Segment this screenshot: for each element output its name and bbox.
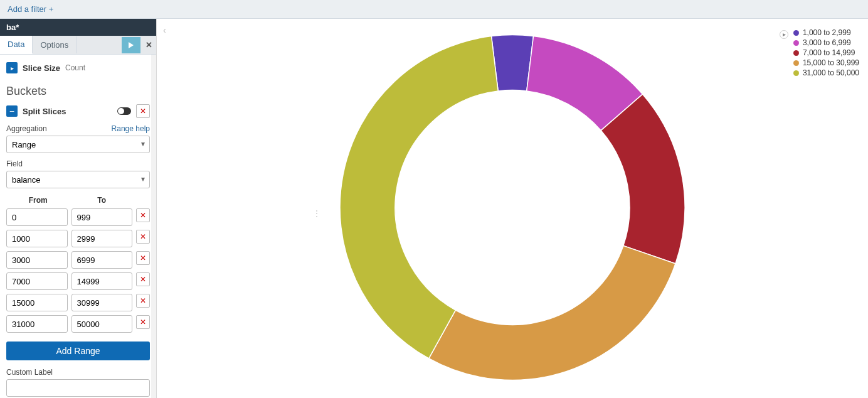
legend-item[interactable]: 15,000 to 30,999 [793,58,859,68]
donut-slice[interactable] [601,94,685,264]
range-to-input[interactable] [71,208,133,226]
legend-label: 3,000 to 6,999 [803,38,851,48]
filter-bar: Add a filter + [0,0,868,19]
legend-toggle-icon[interactable]: ▸ [780,30,788,39]
range-from-input[interactable] [6,251,68,269]
range-to-input[interactable] [71,230,133,247]
play-icon [128,42,134,48]
legend-label: 7,000 to 14,999 [803,48,855,58]
range-remove-button[interactable]: ✕ [136,294,150,308]
split-slices-row: – Split Slices ✕ [6,104,150,118]
split-enable-toggle[interactable] [117,107,131,115]
field-select[interactable] [6,171,150,188]
add-filter-text: Add a filter [8,4,46,14]
range-to-input[interactable] [71,294,133,311]
legend-item[interactable]: 7,000 to 14,999 [793,48,859,58]
range-to-input[interactable] [71,272,133,290]
aggregation-label: Aggregation [6,124,47,133]
tab-options[interactable]: Options [33,36,77,53]
legend-swatch-icon [793,60,799,66]
metric-value: Count [65,63,85,72]
donut-slice[interactable] [429,245,675,380]
range-row: ✕ [6,230,150,247]
custom-label-label: Custom Label [6,368,150,377]
legend-item[interactable]: 31,000 to 50,000 [793,68,859,78]
legend-swatch-icon [793,50,799,56]
donut-slice[interactable] [340,36,498,358]
legend-item[interactable]: 3,000 to 6,999 [793,38,859,48]
split-slices-label: Split Slices [23,107,66,116]
aggregation-select[interactable] [6,136,150,153]
metric-row: ▸ Slice Size Count [6,60,150,80]
legend-swatch-icon [793,40,799,46]
editor-tab-row: Data Options ✕ [0,36,156,55]
range-remove-button[interactable]: ✕ [136,272,150,286]
range-row: ✕ [6,272,150,290]
field-label: Field [6,159,23,168]
range-remove-button[interactable]: ✕ [136,230,150,244]
metric-toggle-icon[interactable]: ▸ [6,62,18,73]
panel-scrollbar[interactable] [151,55,156,398]
visualization-area: ‹ ⋮ ▸ 1,000 to 2,9993,000 to 6,9997,000 … [157,19,868,398]
donut-chart [337,32,688,385]
buckets-heading: Buckets [6,85,150,98]
legend-label: 15,000 to 30,999 [803,58,859,68]
collapse-panel-icon[interactable]: ‹ [163,25,166,35]
vis-editor-panel: ba* Data Options ✕ ▸ Slice Size Count Bu… [0,19,157,398]
discard-changes-button[interactable]: ✕ [141,40,156,50]
add-range-button[interactable]: Add Range [6,342,150,360]
legend-swatch-icon [793,30,799,36]
legend-item[interactable]: 1,000 to 2,999 [793,28,859,38]
to-header: To [70,196,134,205]
legend: 1,000 to 2,9993,000 to 6,9997,000 to 14,… [793,28,859,78]
custom-label-input[interactable] [6,379,150,397]
split-remove-button[interactable]: ✕ [136,104,150,118]
range-from-input[interactable] [6,294,68,311]
range-row: ✕ [6,294,150,311]
resize-handle[interactable]: ⋮ [312,208,321,218]
legend-swatch-icon [793,70,799,76]
legend-label: 1,000 to 2,999 [803,28,851,38]
range-remove-button[interactable]: ✕ [136,251,150,265]
range-from-input[interactable] [6,230,68,247]
add-filter-link[interactable]: Add a filter + [8,4,53,14]
range-to-input[interactable] [71,251,133,269]
legend-label: 31,000 to 50,000 [803,68,859,78]
range-from-input[interactable] [6,272,68,290]
apply-changes-button[interactable] [122,37,140,53]
range-from-input[interactable] [6,315,68,333]
range-from-input[interactable] [6,208,68,226]
from-header: From [6,196,70,205]
range-row: ✕ [6,208,150,226]
range-to-input[interactable] [71,315,133,333]
range-remove-button[interactable]: ✕ [136,208,150,222]
range-help-link[interactable]: Range help [112,124,150,133]
metric-label: Slice Size [23,63,60,73]
plus-icon: + [49,4,54,14]
range-remove-button[interactable]: ✕ [136,315,150,329]
tab-data[interactable]: Data [0,36,33,54]
split-collapse-icon[interactable]: – [6,105,18,117]
donut-slice[interactable] [491,35,533,91]
range-row: ✕ [6,251,150,269]
range-row: ✕ [6,315,150,333]
index-pattern[interactable]: ba* [0,19,156,36]
